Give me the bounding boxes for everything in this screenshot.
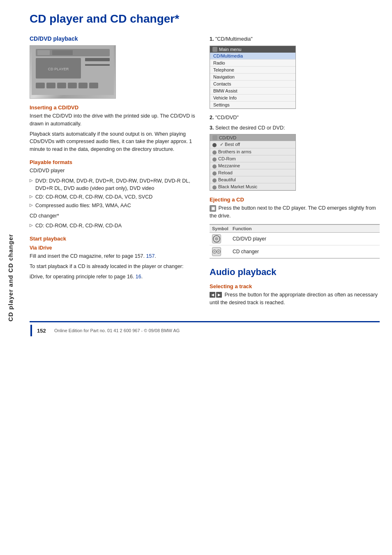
page-title: CD player and CD changer* bbox=[30, 12, 380, 25]
cd-player-icon bbox=[212, 234, 221, 243]
svg-rect-8 bbox=[36, 83, 45, 88]
bullet-dvd: DVD: DVD-ROM, DVD-R, DVD+R, DVD-RW, DVD+… bbox=[30, 177, 200, 193]
svg-rect-13 bbox=[89, 83, 98, 88]
sidebar-label-text: CD player and CD changer bbox=[7, 234, 14, 321]
svg-rect-10 bbox=[57, 83, 66, 88]
menu-item-bmw-assist: BMW Assist bbox=[210, 88, 295, 95]
playable-heading: Playable formats bbox=[30, 159, 200, 165]
inserting-text1: Insert the CD/DVD into the drive with th… bbox=[30, 112, 200, 128]
audio-playback-heading: Audio playback bbox=[210, 267, 380, 278]
via-idrive-text2: To start playback if a CD is already loc… bbox=[30, 263, 200, 271]
symbol-col-header: Symbol bbox=[212, 226, 233, 231]
svg-rect-2 bbox=[37, 50, 50, 55]
menu-item-radio: Radio bbox=[210, 60, 295, 67]
cd-item-reload: Reload bbox=[210, 169, 295, 176]
main-content: CD player and CD changer* CD/DVD playbac… bbox=[21, 0, 392, 353]
svg-rect-11 bbox=[68, 83, 77, 88]
right-column: 1. "CD/Multimedia" Main menu CD/Multimed… bbox=[210, 35, 380, 309]
ejecting-text: ▣ Press the button next to the CD player… bbox=[210, 204, 380, 220]
cd-dvd-screen-title: CD/DVD bbox=[219, 135, 236, 140]
step2-label: 2. "CD/DVD" bbox=[210, 114, 380, 122]
svg-point-20 bbox=[218, 251, 219, 252]
cd-changer-bullet-list: CD: CD-ROM, CD-R, CD-RW, CD-DA bbox=[30, 222, 200, 230]
footer-note: Online Edition for Part no. 01 41 2 600 … bbox=[54, 328, 180, 333]
via-idrive-heading: Via iDrive bbox=[30, 245, 200, 251]
bullet-cd: CD: CD-ROM, CD-R, CD-RW, CD-DA, VCD, SVC… bbox=[30, 193, 200, 201]
cd-player-image: CD PLAYER bbox=[30, 45, 116, 99]
step3-label: 3. Select the desired CD or DVD: bbox=[210, 124, 380, 132]
menu-item-telephone: Telephone bbox=[210, 67, 295, 74]
inserting-text2: Playback starts automatically if the sou… bbox=[30, 130, 200, 153]
next-icon: ▶ bbox=[216, 292, 222, 298]
func-col-header: Function bbox=[233, 226, 377, 231]
via-idrive-text3: iDrive, for operating principle refer to… bbox=[30, 273, 200, 281]
svg-rect-9 bbox=[46, 83, 55, 88]
cd-screen-title-bar: CD/DVD bbox=[210, 134, 295, 141]
symbol-cd-player bbox=[212, 234, 233, 243]
cd-item-black-market: Black Market Music bbox=[210, 183, 295, 190]
footer-accent bbox=[30, 325, 32, 336]
step1-label: 1. "CD/Multimedia" bbox=[210, 35, 380, 43]
cd-item-brothers: Brothers in arms bbox=[210, 148, 295, 155]
cd-item-mezzanine: Mezzanine bbox=[210, 162, 295, 169]
playable-intro: CD/DVD player bbox=[30, 167, 200, 175]
cd-screen-icon bbox=[212, 135, 217, 140]
selecting-heading: Selecting a track bbox=[210, 283, 380, 289]
cd-changer-label: CD changer* bbox=[30, 212, 200, 220]
cd-dvd-playback-heading: CD/DVD playback bbox=[30, 35, 200, 42]
sidebar-label: CD player and CD changer bbox=[0, 0, 21, 555]
menu-item-settings: Settings bbox=[210, 102, 295, 109]
svg-rect-3 bbox=[52, 50, 73, 55]
cd-dvd-screen: CD/DVD ✓ Best off Brothers in arms CD-Ro… bbox=[210, 134, 296, 191]
svg-rect-6 bbox=[85, 58, 110, 61]
svg-point-19 bbox=[217, 250, 221, 253]
func-cd-player: CD/DVD player bbox=[233, 236, 377, 242]
prev-icon: ◀ bbox=[210, 292, 215, 298]
svg-point-16 bbox=[216, 238, 217, 239]
symbol-cd-changer bbox=[212, 247, 233, 256]
main-menu-title: Main menu bbox=[219, 47, 241, 52]
symbol-table-header: Symbol Function bbox=[210, 225, 380, 233]
page-157-link[interactable]: 157 bbox=[146, 253, 155, 259]
svg-text:CD PLAYER: CD PLAYER bbox=[48, 67, 69, 71]
press-icons: ◀ ▶ bbox=[210, 292, 222, 298]
menu-item-contacts: Contacts bbox=[210, 81, 295, 88]
inserting-heading: Inserting a CD/DVD bbox=[30, 104, 200, 111]
left-column: CD/DVD playback CD PLAYER bbox=[30, 35, 200, 309]
svg-rect-12 bbox=[78, 83, 88, 88]
menu-item-navigation: Navigation bbox=[210, 74, 295, 81]
cd-image-inner: CD PLAYER bbox=[30, 46, 115, 98]
symbol-table: Symbol Function CD/DVD player bbox=[210, 224, 380, 259]
cd-changer-icon bbox=[212, 247, 221, 256]
start-playback-heading: Start playback bbox=[30, 236, 200, 242]
selecting-text: ◀ ▶ Press the button for the appropriate… bbox=[210, 291, 380, 307]
footer: 152 Online Edition for Part no. 01 41 2 … bbox=[30, 321, 380, 336]
eject-icon: ▣ bbox=[210, 205, 216, 212]
cd-item-beautiful: Beautiful bbox=[210, 176, 295, 183]
ejecting-heading: Ejecting a CD bbox=[210, 197, 380, 203]
dvd-cd-bullet-list: DVD: DVD-ROM, DVD-R, DVD+R, DVD-RW, DVD+… bbox=[30, 177, 200, 210]
symbol-row-cd-player: CD/DVD player bbox=[210, 233, 380, 245]
two-col-layout: CD/DVD playback CD PLAYER bbox=[30, 35, 380, 309]
screen-title-bar: Main menu bbox=[210, 46, 295, 53]
screen-title-icon bbox=[212, 47, 217, 52]
svg-point-17 bbox=[213, 250, 217, 253]
footer-page-number: 152 bbox=[37, 328, 49, 334]
cd-player-svg: CD PLAYER bbox=[32, 46, 114, 95]
menu-item-vehicle-info: Vehicle Info bbox=[210, 95, 295, 102]
func-cd-changer: CD changer bbox=[233, 249, 377, 254]
svg-point-18 bbox=[214, 251, 215, 252]
bullet-compressed: Compressed audio files: MP3, WMA, AAC bbox=[30, 202, 200, 210]
bullet-cd-changer: CD: CD-ROM, CD-R, CD-RW, CD-DA bbox=[30, 222, 200, 230]
cd-item-best-off: ✓ Best off bbox=[210, 141, 295, 148]
symbol-row-cd-changer: CD changer bbox=[210, 245, 380, 258]
via-idrive-text1: Fill and insert the CD magazine, refer t… bbox=[30, 252, 200, 260]
main-menu-screen: Main menu CD/Multimedia Radio Telephone … bbox=[210, 46, 296, 109]
cd-item-cdrom: CD-Rom bbox=[210, 155, 295, 162]
page-16-link[interactable]: 16 bbox=[136, 274, 141, 280]
menu-item-cd-multimedia: CD/Multimedia bbox=[210, 53, 295, 60]
svg-rect-7 bbox=[85, 64, 110, 66]
